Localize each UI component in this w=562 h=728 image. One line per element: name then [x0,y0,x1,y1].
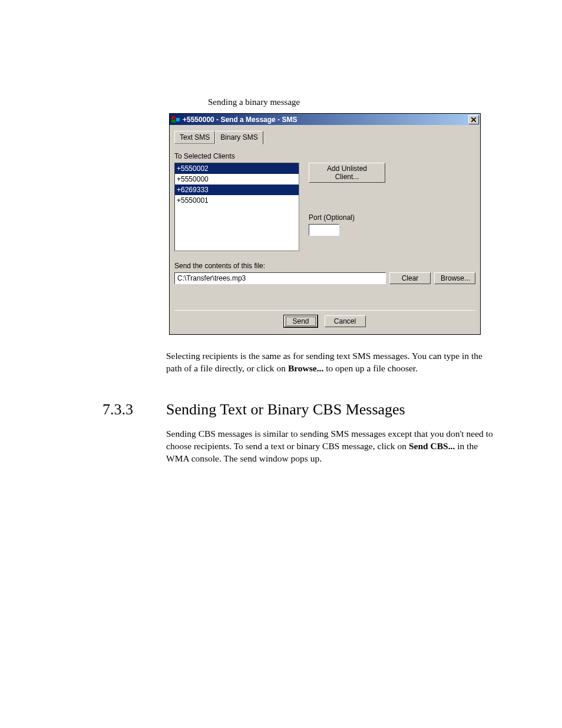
add-unlisted-client-button[interactable]: Add Unlisted Client... [309,163,385,183]
svg-rect-2 [176,118,180,121]
bold-text: Send CBS... [409,441,455,451]
file-label: Send the contents of this file: [174,262,475,270]
app-icon [171,115,180,124]
cancel-button[interactable]: Cancel [325,315,366,327]
sms-dialog: +5550000 - Send a Message - SMS Text SMS… [169,113,481,335]
svg-rect-0 [171,116,176,119]
tab-text-sms[interactable]: Text SMS [174,131,215,144]
browse-button[interactable]: Browse... [434,272,475,284]
clear-button[interactable]: Clear [389,272,431,284]
client-item[interactable]: +6269333 [175,185,299,195]
figure-caption: Sending a binary message [208,97,562,107]
section-title: Sending Text or Binary CBS Messages [166,401,494,419]
titlebar: +5550000 - Send a Message - SMS [170,114,480,125]
client-item[interactable]: +5550002 [175,163,299,174]
dialog-title: +5550000 - Send a Message - SMS [183,116,468,124]
dialog-body: Text SMS Binary SMS To Selected Clients … [170,125,480,334]
clients-row: +5550002 +5550000 +6269333 +5550001 Add … [174,163,475,251]
clients-list[interactable]: +5550002 +5550000 +6269333 +5550001 [174,163,299,251]
paragraph: Selecting recipients is the same as for … [166,350,494,375]
client-item[interactable]: +5550000 [175,174,299,185]
tabs: Text SMS Binary SMS [174,131,475,144]
bold-text: Browse... [288,363,323,373]
close-button[interactable] [468,115,479,124]
file-section: Send the contents of this file: Clear Br… [174,262,475,284]
svg-rect-1 [171,120,176,123]
dialog-footer: Send Cancel [174,310,475,330]
close-icon [471,117,476,122]
client-item[interactable]: +5550001 [175,195,299,206]
tab-binary-sms[interactable]: Binary SMS [215,131,263,144]
port-label: Port (Optional) [309,213,385,222]
send-button[interactable]: Send [284,315,317,327]
file-path-input[interactable] [174,272,386,284]
paragraph: Sending CBS messages is similar to sendi… [166,428,494,465]
port-input[interactable] [309,224,339,236]
text: to open up a file chooser. [323,363,418,373]
port-block: Port (Optional) [309,213,385,236]
page: Sending a binary message +5550000 - Send… [0,0,562,728]
section-number: 7.3.3 [0,401,166,419]
clients-right-col: Add Unlisted Client... Port (Optional) [309,163,385,236]
to-selected-clients-label: To Selected Clients [174,152,475,160]
send-button-label: Send [286,317,315,326]
section-heading: 7.3.3 Sending Text or Binary CBS Message… [0,401,562,419]
file-row: Clear Browse... [174,272,475,284]
